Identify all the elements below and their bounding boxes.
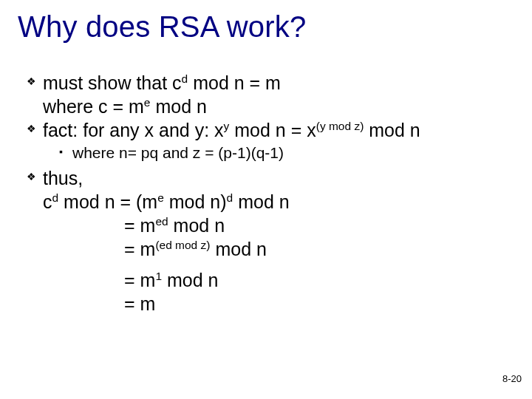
text: where c = m <box>43 96 144 117</box>
diamond-bullet-icon: ❖ <box>27 171 43 184</box>
superscript: d <box>182 72 188 85</box>
text: = m <box>124 215 155 236</box>
sub-bullet-1: ▪ where n= pq and z = (p-1)(q-1) <box>59 143 514 163</box>
text: c <box>43 191 52 212</box>
bullet-2: ❖ fact: for any x and y: xy mod n = x(y … <box>27 118 514 142</box>
text: fact: for any x and y: x <box>43 120 224 140</box>
superscript: d <box>52 191 59 204</box>
text: = m <box>124 239 155 259</box>
page-number: 8-20 <box>502 373 522 384</box>
text: mod n <box>162 270 218 290</box>
diamond-bullet-icon: ❖ <box>27 75 43 89</box>
text: mod n = (m <box>58 191 157 212</box>
equation-line: = med mod n <box>43 214 514 237</box>
slide: Why does RSA work? ❖ must show that cd m… <box>0 0 532 399</box>
slide-title: Why does RSA work? <box>18 10 306 44</box>
text: mod n = x <box>229 120 316 140</box>
sub-bullet-1-text: where n= pq and z = (p-1)(q-1) <box>72 143 514 163</box>
text: must show that c <box>43 72 182 93</box>
text: = m <box>124 293 155 314</box>
equation-line: = m1 mod n <box>43 268 514 292</box>
superscript: e <box>157 191 164 204</box>
equation-block: cd mod n = (me mod n)d mod n <box>43 190 514 214</box>
text: thus, <box>43 166 514 190</box>
text: mod n <box>364 120 420 140</box>
text: mod n <box>210 239 266 259</box>
equation-line: = m(ed mod z) mod n <box>43 237 514 261</box>
superscript: ed <box>155 215 168 228</box>
text: mod n) <box>164 191 227 212</box>
text: mod n <box>233 191 289 212</box>
superscript: 1 <box>155 270 162 282</box>
bullet-3-text: thus, cd mod n = (me mod n)d mod n = med… <box>43 166 514 316</box>
bullet-2-text: fact: for any x and y: xy mod n = x(y mo… <box>43 118 514 142</box>
superscript: (ed mod z) <box>155 239 210 251</box>
square-bullet-icon: ▪ <box>59 146 72 159</box>
superscript: d <box>227 191 233 204</box>
text: mod n <box>168 215 225 236</box>
superscript: (y mod z) <box>316 120 364 132</box>
slide-body: ❖ must show that cd mod n = m where c = … <box>27 71 514 316</box>
text: mod n <box>150 96 206 117</box>
text: mod n = m <box>188 72 281 93</box>
bullet-1: ❖ must show that cd mod n = m where c = … <box>27 71 514 118</box>
bullet-3: ❖ thus, cd mod n = (me mod n)d mod n = m… <box>27 166 514 316</box>
text: = m <box>124 270 155 290</box>
diamond-bullet-icon: ❖ <box>27 123 43 136</box>
bullet-1-text: must show that cd mod n = m where c = me… <box>43 71 514 118</box>
equation-line: = m <box>43 292 514 316</box>
